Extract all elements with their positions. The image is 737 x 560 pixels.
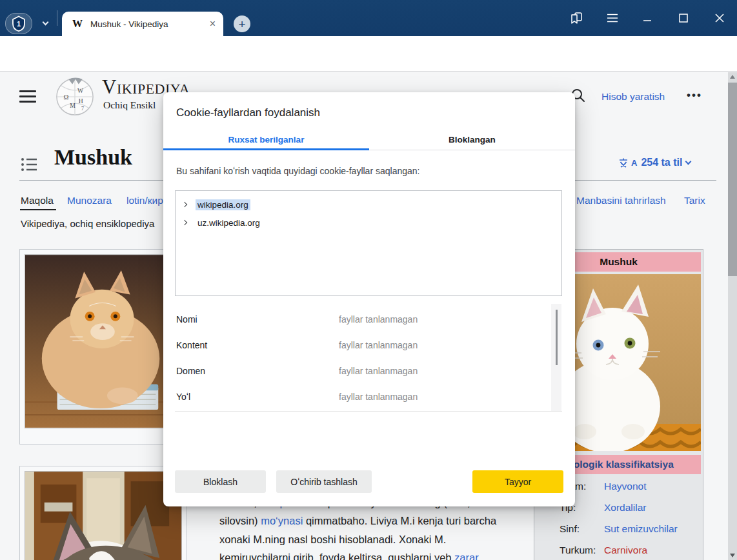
dialog-title: Cookie-fayllardan foydalanish	[176, 106, 320, 119]
cookie-site-name[interactable]: wikipedia.org	[196, 199, 250, 210]
svg-text:H: H	[79, 97, 83, 105]
cookie-site-name[interactable]: uz.wikipedia.org	[196, 217, 262, 228]
field-value: fayllar tanlanmagan	[339, 340, 418, 350]
moynasi-link[interactable]: moʻynasi	[261, 515, 303, 526]
cookie-site-row[interactable]: uz.wikipedia.org	[176, 214, 561, 232]
window-maximize-button[interactable]	[676, 10, 691, 26]
article-thumbnail-frame	[19, 249, 183, 445]
taxobox-row: Sinf: Sut emizuvchilar	[534, 523, 704, 537]
tab-group-count: 1	[6, 14, 32, 34]
dialog-tabs: Ruxsat berilganlar Bloklangan	[163, 128, 575, 150]
body-line: silovsin) moʻynasi qimmatbaho. Liviya M.…	[219, 515, 496, 527]
main-menu-icon[interactable]	[19, 90, 36, 103]
wikipedia-logo[interactable]: Ω W H M 7	[55, 76, 95, 117]
active-dialog-tab-underline	[163, 148, 369, 150]
field-label: Domen	[176, 366, 205, 376]
field-label: Yoʻl	[176, 392, 190, 402]
browser-titlebar: 1 W Mushuk - Vikipediya × +	[0, 0, 737, 36]
svg-text:W: W	[77, 87, 84, 94]
tab-close-icon[interactable]: ×	[210, 19, 216, 29]
tab-munozara[interactable]: Munozara	[67, 195, 112, 206]
wikipedia-tagline: Ochiq Ensikl	[103, 99, 156, 111]
create-account-link[interactable]: Hisob yaratish	[601, 91, 665, 103]
language-chevron-icon	[685, 158, 692, 165]
language-count: 254 ta til	[641, 157, 682, 168]
field-label: Nomi	[176, 314, 197, 325]
titlebar-divider	[57, 10, 57, 26]
tab-group-chevron-icon[interactable]	[37, 14, 53, 32]
scroll-up-arrow[interactable]	[730, 75, 735, 79]
field-value: fayllar tanlanmagan	[339, 392, 418, 402]
done-button[interactable]: Tayyor	[472, 470, 563, 493]
dialog-divider	[175, 411, 562, 412]
dialog-scrollbar-thumb[interactable]	[556, 310, 558, 365]
cookie-field-row: Domen fayllar tanlanmagan	[163, 366, 550, 379]
browser-menu-icon[interactable]	[605, 10, 620, 26]
active-tab-underline	[20, 209, 56, 210]
tab-maqola[interactable]: Maqola	[21, 195, 54, 206]
tab-group-chip[interactable]: 1	[5, 13, 32, 34]
cookie-field-row: Nomi fayllar tanlanmagan	[163, 314, 550, 327]
cookie-site-list: wikipedia.org uz.wikipedia.org	[175, 190, 562, 296]
body-line: kemiruvchilarni qirib, foyda keltirsa, q…	[219, 552, 479, 560]
window-close-button[interactable]	[712, 10, 727, 26]
scrollbar-thumb[interactable]	[728, 83, 737, 276]
tab-favicon: W	[72, 18, 83, 30]
cookie-dialog: Cookie-fayllardan foydalanish Ruxsat ber…	[163, 92, 575, 506]
zarar-link[interactable]: zarar	[454, 552, 479, 560]
contents-list-icon[interactable]	[21, 157, 37, 172]
tab-allowed[interactable]: Ruxsat berilganlar	[163, 128, 369, 150]
field-value: fayllar tanlanmagan	[339, 366, 418, 376]
taxo-value-link[interactable]: Sut emizuvchilar	[604, 523, 678, 535]
language-icon-letter: A	[631, 158, 637, 168]
field-label: Kontent	[176, 340, 207, 350]
block-button[interactable]: Bloklash	[175, 470, 266, 493]
page-scrollbar[interactable]	[728, 72, 737, 560]
edit-source-link[interactable]: Manbasini tahrirlash	[576, 195, 666, 206]
cookie-site-row[interactable]: wikipedia.org	[176, 195, 561, 214]
cookie-field-row: Yoʻl fayllar tanlanmagan	[163, 392, 550, 405]
tab-title: Mushuk - Vikipediya	[90, 19, 205, 29]
window-minimize-button[interactable]	[640, 10, 655, 26]
taxo-value-link[interactable]: Hayvonot	[604, 481, 646, 492]
history-link[interactable]: Tarix	[684, 195, 705, 206]
body-line: xonaki M.ning nasl boshi hisoblanadi. Xo…	[219, 534, 446, 546]
expand-chevron-icon[interactable]	[182, 220, 187, 225]
article-title: Mushuk	[54, 145, 132, 170]
expand-chevron-icon[interactable]	[182, 202, 187, 207]
article-thumbnail-frame	[19, 466, 187, 560]
browser-tab[interactable]: W Mushuk - Vikipediya ×	[62, 12, 223, 36]
field-value: fayllar tanlanmagan	[339, 314, 418, 325]
language-selector[interactable]: A 254 ta til	[618, 157, 691, 168]
taxo-label: Sinf:	[560, 523, 580, 535]
cat-photo-ginger[interactable]	[25, 254, 178, 428]
cat-photo-tabby[interactable]	[25, 471, 182, 560]
dialog-description: Bu sahifani koʻrish vaqtida quyidagi coo…	[176, 166, 419, 176]
svg-text:M: M	[70, 102, 76, 109]
cookie-field-row: Kontent fayllar tanlanmagan	[163, 340, 550, 353]
svg-text:Ω: Ω	[64, 94, 69, 101]
browser-toolbar: Я uz.wikipedia.org Mushuk - Vikipediya A…	[0, 36, 737, 72]
scroll-down-arrow[interactable]	[730, 554, 735, 557]
svg-text:7: 7	[81, 105, 85, 112]
taxo-value-link[interactable]: Xordalilar	[604, 502, 646, 514]
tab-blocked[interactable]: Bloklangan	[369, 128, 575, 150]
taxo-value-redlink[interactable]: Carnivora	[604, 545, 647, 556]
language-icon	[618, 157, 629, 168]
delete-button[interactable]: Oʻchirib tashlash	[276, 470, 372, 493]
taxobox-row: Turkum: Carnivora	[534, 545, 704, 559]
dialog-scrollbar[interactable]	[551, 304, 561, 411]
article-subtitle: Vikipediya, ochiq ensiklopediya	[21, 218, 154, 229]
tab-script-converter[interactable]: lotin/кир	[126, 195, 163, 206]
taxo-label: Turkum:	[560, 545, 596, 556]
tab-panels-icon[interactable]	[569, 10, 584, 26]
more-options-icon[interactable]: •••	[687, 89, 702, 102]
browser-window: 1 W Mushuk - Vikipediya × + Я	[0, 0, 737, 560]
new-tab-button[interactable]: +	[234, 15, 250, 32]
